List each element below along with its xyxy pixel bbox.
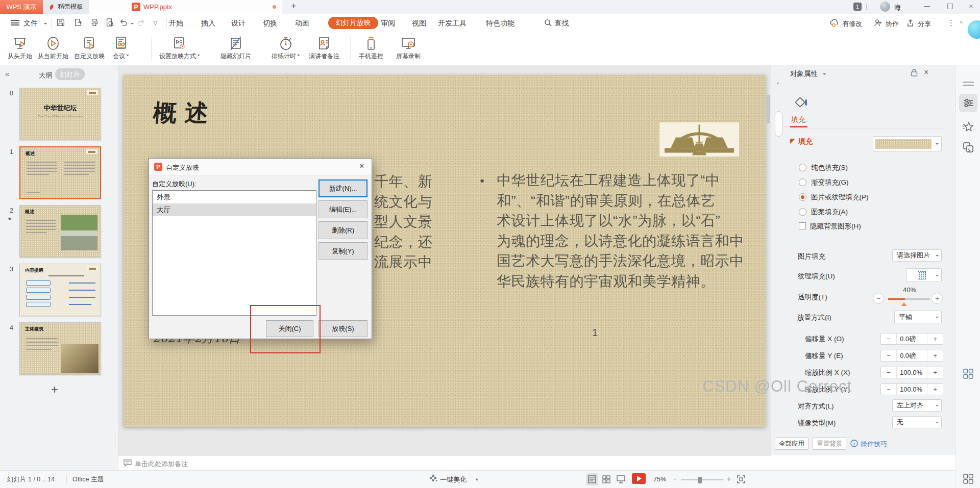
tab-slides-active[interactable]: 幻灯片 (55, 68, 85, 80)
collapse-ribbon-icon[interactable]: ^ (960, 19, 963, 27)
quickbar-more-icon[interactable]: ▽ (153, 19, 157, 26)
menu-view[interactable]: 视图 (412, 19, 426, 28)
menu-home[interactable]: 开始 (169, 19, 183, 28)
menu-transition[interactable]: 切换 (263, 19, 277, 28)
undo-icon[interactable] (118, 18, 128, 27)
menu-design[interactable]: 设计 (231, 19, 246, 28)
scale-y-value[interactable]: 100.0% (896, 384, 927, 395)
tab-document[interactable]: P WPP.pptx (89, 0, 282, 14)
rail-properties-button-active[interactable] (959, 94, 977, 112)
zoom-level[interactable]: 75% (653, 476, 666, 483)
thumbnail-slide-1-selected[interactable]: 概述 (19, 146, 101, 199)
placement-dropdown[interactable]: 平铺 (894, 311, 942, 323)
radio-picture-texture-fill-selected[interactable] (799, 193, 806, 201)
collapse-panel-button[interactable]: « (5, 69, 9, 78)
pin-lock-icon[interactable] (910, 68, 918, 77)
notes-bar[interactable]: 单击此处添加备注 (118, 455, 771, 470)
dialog-close-icon[interactable]: × (359, 162, 364, 171)
transparency-minus-button[interactable]: − (873, 293, 884, 304)
view-normal-button-active[interactable] (586, 473, 598, 485)
zoom-in-button[interactable]: + (727, 475, 731, 483)
effects-star-icon[interactable] (963, 121, 974, 133)
more-options-icon[interactable]: ⋮ (947, 18, 955, 28)
panel-scroll-up-icon[interactable]: ▴ (777, 81, 779, 85)
tab-fill[interactable]: 填充 (791, 115, 805, 124)
transparency-slider-handle[interactable] (901, 300, 906, 306)
print-icon[interactable] (90, 18, 99, 27)
minus-icon[interactable]: − (881, 350, 896, 361)
redo-icon[interactable] (137, 18, 146, 27)
collaborate-label[interactable]: 协作 (886, 19, 899, 29)
plus-icon[interactable]: + (927, 367, 943, 378)
panel-close-icon[interactable]: × (924, 68, 928, 77)
list-item-waijing[interactable]: 外景 (153, 191, 316, 203)
convert-shapes-icon[interactable] (963, 142, 974, 153)
play-slideshow-button[interactable] (632, 473, 646, 484)
offset-y-value[interactable]: 0.0磅 (896, 350, 927, 361)
plus-icon[interactable]: + (927, 350, 943, 361)
scale-x-stepper[interactable]: −100.0%+ (880, 367, 943, 378)
dialog-show-button[interactable]: 放映(S) (318, 320, 368, 337)
save-icon[interactable] (56, 18, 65, 27)
fill-preview-dropdown[interactable] (873, 136, 942, 151)
workspace-scrollbar[interactable] (766, 76, 770, 454)
app-grid-icon[interactable] (963, 368, 974, 379)
rail-handle-icon[interactable] (963, 82, 974, 86)
transparency-plus-button[interactable]: + (932, 293, 943, 304)
apply-all-button[interactable]: 全部应用 (775, 438, 808, 450)
thumbnail-slide-3[interactable]: 内容提纲 (19, 264, 101, 316)
theme-name[interactable]: Office 主题 (72, 475, 104, 484)
print-preview-icon[interactable] (105, 18, 114, 27)
mirror-dropdown[interactable]: 无 (892, 416, 942, 428)
align-dropdown[interactable]: 左上对齐 (892, 399, 942, 412)
thumbnail-slide-2[interactable]: 概述 (19, 205, 101, 258)
minus-icon[interactable]: − (881, 333, 896, 344)
zoom-slider-track[interactable] (681, 479, 723, 480)
menu-features[interactable]: 特色功能 (486, 19, 514, 28)
undo-caret-icon[interactable] (131, 23, 134, 26)
minus-icon[interactable]: − (881, 384, 896, 395)
tab-outline[interactable]: 大纲 (39, 71, 53, 80)
hide-slide-button[interactable]: 隐藏幻灯片 (213, 34, 259, 63)
offset-x-value[interactable]: 0.0磅 (896, 333, 927, 344)
add-slide-button[interactable]: + (51, 382, 58, 397)
window-maximize-button[interactable] (947, 4, 953, 9)
modified-status-label[interactable]: 有修改 (842, 19, 862, 29)
checkbox-hide-background[interactable] (799, 222, 806, 229)
radio-pattern-fill[interactable] (799, 208, 806, 216)
thumbnail-slide-4[interactable]: 主体建筑 (19, 322, 101, 375)
share-label[interactable]: 分享 (918, 19, 931, 29)
slide-sorter-view-icon[interactable] (602, 475, 610, 483)
dialog-delete-button[interactable]: 删除(R) (318, 221, 368, 239)
share-icon[interactable] (906, 19, 915, 27)
window-minimize-button[interactable] (924, 6, 930, 7)
fit-to-window-icon[interactable] (737, 475, 745, 483)
zoom-out-button[interactable]: − (673, 475, 677, 483)
menu-devtools[interactable]: 开发工具 (438, 19, 467, 28)
menu-insert[interactable]: 插入 (201, 19, 215, 28)
custom-show-listbox[interactable]: 外景 大厅 (152, 190, 316, 316)
tab-wps-app[interactable]: WPS 演示 (0, 0, 43, 14)
dialog-copy-button[interactable]: 复制(Y) (318, 242, 368, 260)
menu-animation[interactable]: 动画 (295, 19, 309, 28)
workspace-grid-icon[interactable] (963, 473, 974, 484)
menu-slideshow-active[interactable]: 幻灯片放映 (328, 17, 378, 29)
properties-title-caret-icon[interactable] (823, 73, 826, 76)
screen-record-button[interactable]: 屏幕录制 (385, 34, 431, 63)
dialog-edit-button[interactable]: 编辑(E)... (318, 200, 368, 218)
new-tab-button[interactable]: + (291, 1, 297, 12)
fill-section-header[interactable]: 填充 (798, 137, 813, 146)
cloud-sync-icon[interactable] (829, 18, 839, 27)
minus-icon[interactable]: − (881, 367, 896, 378)
radio-gradient-fill[interactable] (799, 178, 806, 186)
plus-icon[interactable]: + (927, 384, 943, 395)
zoom-slider-handle[interactable] (698, 477, 702, 483)
transparency-slider-track[interactable] (888, 298, 930, 300)
menu-review[interactable]: 审阅 (381, 19, 395, 28)
scale-x-value[interactable]: 100.0% (896, 367, 927, 378)
export-icon[interactable] (74, 18, 83, 27)
section-expand-icon[interactable] (790, 139, 795, 144)
speaker-notes-button[interactable]: 演讲者备注 (301, 34, 347, 63)
thumbnail-slide-0[interactable]: 中华世纪坛 The China Millennium Monument (19, 88, 101, 140)
offset-y-stepper[interactable]: −0.0磅+ (880, 350, 943, 362)
